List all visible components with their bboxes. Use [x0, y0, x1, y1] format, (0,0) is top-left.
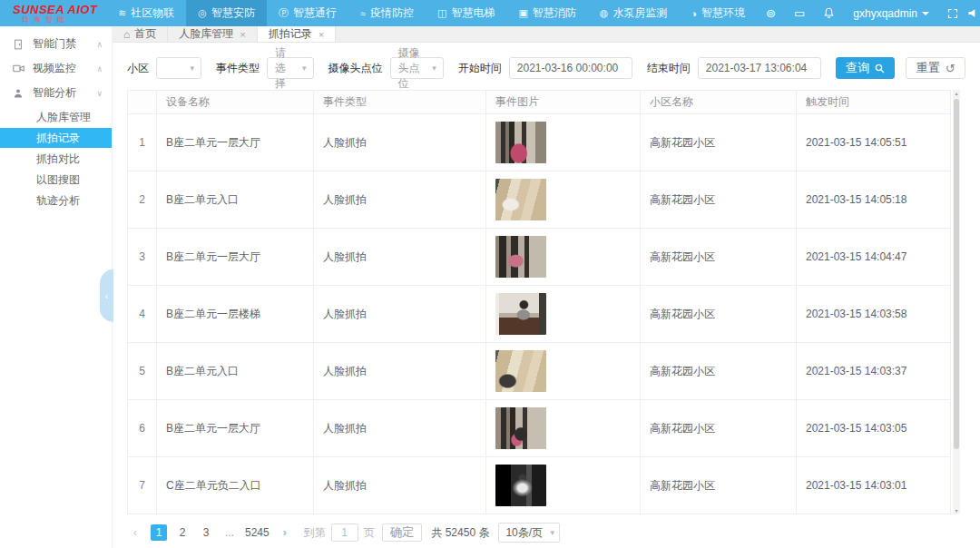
capture-thumbnail[interactable] [495, 407, 546, 449]
device-cell: B座二单元一层楼梯 [157, 286, 314, 343]
table-scrollbar[interactable]: ▴ ▾ [953, 90, 960, 514]
nav-label: 智慧环境 [701, 5, 745, 21]
table-row[interactable]: 1 B座二单元一层大厅 人脸抓拍 高新花园小区 2021-03-15 14:05… [128, 114, 951, 171]
scroll-down-arrow[interactable]: ▾ [953, 507, 960, 514]
page-ellipsis: ... [221, 524, 238, 541]
start-time-input[interactable] [509, 57, 632, 79]
event-type-cell: 人脸抓拍 [314, 114, 486, 171]
capture-thumbnail[interactable] [495, 350, 546, 392]
tab-label: 抓拍记录 [269, 26, 312, 42]
event-image-cell [486, 400, 641, 457]
nav-item-security[interactable]: ◎ 智慧安防 [186, 0, 267, 26]
user-menu[interactable]: gxhyxqadmin [844, 7, 938, 20]
device-cell: B座二单元一层大厅 [157, 229, 314, 286]
capture-thumbnail[interactable] [495, 179, 546, 220]
nav-item-community-iot[interactable]: ≋ 社区物联 [106, 0, 186, 26]
tab-capture-records[interactable]: 抓拍记录 × [258, 26, 336, 42]
capture-thumbnail[interactable] [495, 293, 546, 335]
notification-bell-icon[interactable] [814, 7, 844, 19]
time-cell: 2021-03-15 14:04:47 [797, 229, 951, 286]
settings-icon[interactable]: ⊚ [757, 6, 785, 20]
nav-item-environment[interactable]: ◑ 智慧环境 [679, 0, 757, 26]
event-type-cell: 人脸抓拍 [314, 171, 486, 229]
community-filter-label: 小区 [127, 61, 149, 76]
capture-table: 设备名称 事件类型 事件图片 小区名称 触发时间 1 B座二单元一层大厅 人脸抓… [127, 90, 965, 514]
jump-page-input[interactable] [331, 524, 358, 542]
topbar: SUNSEA AIOT 日海智能 ≋ 社区物联 ◎ 智慧安防 Ⓟ 智慧通行 ≈ … [0, 0, 980, 26]
message-icon[interactable]: ▭ [785, 6, 814, 20]
camera-placeholder: 摄像头点位 [398, 45, 423, 92]
reset-button[interactable]: 重置 ↺ [906, 57, 965, 79]
page-button-last[interactable]: 5245 [245, 524, 270, 541]
sidebar-item-trajectory[interactable]: 轨迹分析 [0, 191, 112, 210]
table-row[interactable]: 3 B座二单元一层大厅 人脸抓拍 高新花园小区 2021-03-15 14:04… [128, 229, 951, 286]
community-select[interactable]: ▾ [156, 57, 201, 79]
index-column-header [128, 91, 157, 114]
environment-icon: ◑ [691, 8, 697, 19]
next-page-button[interactable]: › [277, 524, 293, 541]
fullscreen-icon[interactable] [938, 8, 967, 19]
scroll-up-arrow[interactable]: ▴ [953, 90, 960, 97]
page-button-3[interactable]: 3 [198, 524, 214, 541]
event-type-cell: 人脸抓拍 [314, 229, 486, 286]
analysis-person-icon [13, 88, 25, 99]
table-row[interactable]: 4 B座二单元一层楼梯 人脸抓拍 高新花园小区 2021-03-15 14:03… [128, 286, 951, 343]
table-row[interactable]: 5 B座二单元入口 人脸抓拍 高新花园小区 2021-03-15 14:03:3… [128, 343, 951, 400]
prev-page-button[interactable]: ‹ [127, 524, 143, 541]
sidebar-item-image-search[interactable]: 以图搜图 [0, 170, 112, 190]
tab-face-library[interactable]: 人脸库管理 × [168, 26, 257, 42]
event-type-select[interactable]: 请选择 ▾ [267, 57, 314, 79]
page-button-2[interactable]: 2 [174, 524, 191, 541]
logo-title: SUNSEA AIOT [13, 4, 106, 15]
total-count-label: 共 52450 条 [431, 525, 489, 541]
sidebar-item-smart-analysis[interactable]: 智能分析 ∨ [0, 81, 112, 105]
end-time-input[interactable] [698, 57, 821, 79]
table-row[interactable]: 2 B座二单元入口 人脸抓拍 高新花园小区 2021-03-15 14:05:1… [128, 171, 951, 229]
access-icon: Ⓟ [279, 6, 289, 20]
device-cell: C座二单元负二入口 [157, 457, 314, 514]
close-icon[interactable]: × [240, 29, 245, 40]
nav-item-epidemic[interactable]: ≈ 疫情防控 [348, 0, 426, 26]
nav-item-access[interactable]: Ⓟ 智慧通行 [267, 0, 348, 26]
scrollbar-thumb[interactable] [954, 99, 959, 449]
username: gxhyxqadmin [853, 7, 917, 20]
time-cell: 2021-03-15 14:03:58 [797, 286, 951, 343]
camera-select[interactable]: 摄像头点位 ▾ [390, 57, 444, 79]
chevron-down-icon [922, 12, 929, 15]
nav-item-elevator[interactable]: ◫ 智慧电梯 [426, 0, 506, 26]
page-size-select[interactable]: 10条/页 ▾ [498, 523, 560, 543]
sidebar-item-capture-compare[interactable]: 抓拍对比 [0, 149, 112, 169]
top-navigation: ≋ 社区物联 ◎ 智慧安防 Ⓟ 智慧通行 ≈ 疫情防控 ◫ 智慧电梯 ▣ 智慧消… [106, 0, 757, 26]
table-row[interactable]: 7 C座二单元负二入口 人脸抓拍 高新花园小区 2021-03-15 14:03… [128, 457, 951, 514]
chevron-up-icon: ∧ [96, 40, 103, 49]
confirm-jump-button[interactable]: 确定 [382, 524, 423, 542]
epidemic-icon: ≈ [360, 8, 366, 19]
sidebar: 智能门禁 ∧ 视频监控 ∧ 智能分析 ∨ 人脸库管理 抓拍记录 抓拍对比 以图搜… [0, 26, 113, 548]
nav-item-fire[interactable]: ▣ 智慧消防 [506, 0, 587, 26]
column-header-device: 设备名称 [157, 91, 314, 114]
capture-thumbnail[interactable] [495, 465, 546, 506]
jump-to-label: 到第 [304, 525, 326, 541]
capture-thumbnail[interactable] [495, 122, 546, 163]
fire-icon: ▣ [518, 7, 527, 19]
capture-thumbnail[interactable] [495, 236, 546, 278]
announcement-icon[interactable] [967, 7, 980, 19]
search-button[interactable]: 查询 [836, 57, 896, 79]
time-cell: 2021-03-15 14:03:37 [797, 343, 951, 400]
security-icon: ◎ [198, 7, 207, 19]
sidebar-collapse-handle[interactable]: ‹ [100, 269, 113, 322]
tab-home[interactable]: ⌂ 首页 [113, 26, 168, 42]
event-image-cell [486, 457, 641, 514]
close-icon[interactable]: × [318, 29, 324, 40]
sidebar-item-video-monitor[interactable]: 视频监控 ∧ [0, 56, 112, 81]
tab-strip: ⌂ 首页 人脸库管理 × 抓拍记录 × [113, 26, 980, 43]
table-row[interactable]: 6 B座二单元一层大厅 人脸抓拍 高新花园小区 2021-03-15 14:03… [128, 400, 951, 457]
sidebar-item-face-library[interactable]: 人脸库管理 [0, 107, 112, 127]
sidebar-item-door-access[interactable]: 智能门禁 ∧ [0, 32, 112, 56]
event-type-placeholder: 请选择 [275, 45, 293, 92]
sidebar-item-capture-records[interactable]: 抓拍记录 [0, 128, 112, 148]
page-button-1[interactable]: 1 [151, 524, 167, 541]
end-time-label: 结束时间 [647, 61, 691, 76]
nav-item-pump[interactable]: ◍ 水泵房监测 [588, 0, 680, 26]
logo-subtitle: 日海智能 [13, 16, 106, 24]
